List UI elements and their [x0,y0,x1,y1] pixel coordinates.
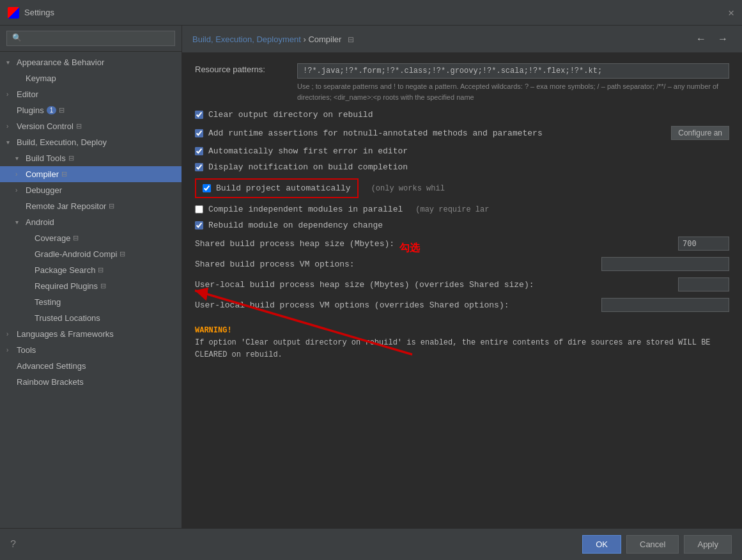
build-auto-row: Build project automatically (only works … [195,178,729,198]
checkbox-build-auto-input[interactable] [203,184,211,192]
expand-arrow: › [6,346,14,354]
checkbox-rebuild-dependency-label: Rebuild module on dependency change [208,221,383,230]
sidebar-item-required-plugins[interactable]: Required Plugins⊟ [0,278,182,294]
sidebar-item-editor[interactable]: ›Editor [0,86,182,102]
footer: ? OK Cancel Apply [0,528,742,560]
nav-forward-button[interactable]: → [714,32,732,46]
close-button[interactable]: ✕ [728,6,734,19]
window-title: Settings [24,8,54,17]
plugins-badge: 1 [47,106,57,114]
warning-block: WARNING! If option 'Clear output directo… [195,325,729,362]
sidebar-item-rainbow-brackets[interactable]: Rainbow Brackets [0,374,182,390]
user-heap-row: User-local build process heap size (Mbyt… [195,277,729,292]
sidebar-item-android[interactable]: ▾Android [0,214,182,230]
checkbox-first-error-label: Automatically show first error in editor [208,146,408,156]
sidebar-label: Languages & Frameworks [17,329,114,339]
sidebar-label: Debugger [26,185,62,195]
sidebar: ▾Appearance & Behavior Keymap›Editor Plu… [0,26,182,528]
checkbox-rebuild-dependency[interactable]: Rebuild module on dependency change [195,221,729,230]
right-panel: Build, Execution, Deployment › Compiler … [182,26,742,528]
hint-text: Use ; to separate patterns and ! to nega… [297,81,729,102]
sidebar-item-remote-jar[interactable]: Remote Jar Repositor⊟ [0,198,182,214]
search-box [0,26,182,52]
resource-patterns-field[interactable]: !?*.java;!?*.form;!?*.class;!?*.groovy;!… [297,63,729,79]
configure-button[interactable]: Configure an [671,126,729,140]
breadcrumb-link[interactable]: Build, Execution, Deployment [192,35,301,44]
config-icon: ⊟ [73,234,79,242]
checkbox-build-auto[interactable]: Build project automatically [195,178,359,198]
config-icon: ⊟ [98,266,104,274]
breadcrumb: Build, Execution, Deployment › Compiler … [192,35,354,44]
sidebar-item-gradle-android[interactable]: Gradle-Android Compi⊟ [0,246,182,262]
user-heap-input[interactable] [678,277,729,292]
checkbox-build-notification-label: Display notification on build completion [208,162,408,172]
checkbox-rebuild-dependency-input[interactable] [195,221,203,229]
sidebar-label: Advanced Settings [17,361,86,371]
sidebar-label: Trusted Locations [35,313,100,323]
panel-header: Build, Execution, Deployment › Compiler … [182,26,742,53]
checkbox-runtime-assertions-row: Add runtime assertions for notnull-annot… [195,126,729,140]
build-auto-note: (only works whil [371,184,445,193]
nav-back-button[interactable]: ← [692,32,710,46]
user-vm-label: User-local build process VM options (ove… [195,300,601,310]
sidebar-item-languages-frameworks[interactable]: ›Languages & Frameworks [0,326,182,342]
vm-options-label: Shared build process VM options: [195,260,601,269]
user-vm-row: User-local build process VM options (ove… [195,298,729,312]
checkbox-compile-parallel[interactable]: Compile independent modules in parallel [195,205,403,214]
checkbox-build-notification-input[interactable] [195,163,203,171]
checkbox-compile-parallel-input[interactable] [195,205,203,214]
resource-patterns-label: Resource patterns: [195,63,297,74]
sidebar-label: Keymap [26,74,56,83]
sidebar-item-version-control[interactable]: ›Version Control⊟ [0,118,182,134]
warning-text: If option 'Clear output directory on reb… [195,337,729,361]
sidebar-label: Compiler [26,169,59,179]
apply-button[interactable]: Apply [684,535,732,554]
sidebar-item-trusted-locations[interactable]: Trusted Locations [0,310,182,326]
sidebar-item-tools[interactable]: ›Tools [0,342,182,358]
sidebar-item-keymap[interactable]: Keymap [0,70,182,86]
cancel-button[interactable]: Cancel [626,535,679,554]
sidebar-label: Remote Jar Repositor [26,201,106,211]
checkbox-build-notification[interactable]: Display notification on build completion [195,162,729,172]
sidebar-label: Appearance & Behavior [17,58,104,67]
sidebar-item-package-search[interactable]: Package Search⊟ [0,262,182,278]
checkbox-runtime-assertions[interactable]: Add runtime assertions for notnull-annot… [195,128,665,138]
config-icon: ⊟ [68,154,74,162]
panel-content: Resource patterns: !?*.java;!?*.form;!?*… [182,53,742,528]
expand-arrow: ▾ [15,219,23,226]
breadcrumb-separator: › [301,35,309,44]
checkbox-first-error[interactable]: Automatically show first error in editor [195,146,729,156]
help-button[interactable]: ? [10,539,17,550]
ok-button[interactable]: OK [582,535,621,554]
search-input[interactable] [6,31,175,46]
app-icon [8,7,19,19]
sidebar-item-compiler[interactable]: ›Compiler⊟ [0,166,182,182]
compile-parallel-row: Compile independent modules in parallel … [195,205,729,214]
sidebar-item-advanced-settings[interactable]: Advanced Settings [0,358,182,374]
panel-nav-buttons: ← → [692,32,732,46]
checkbox-clear-output-input[interactable] [195,111,203,119]
checkbox-clear-output[interactable]: Clear output directory on rebuild [195,110,729,120]
config-icon: ⊟ [76,122,82,130]
user-heap-label: User-local build process heap size (Mbyt… [195,280,678,290]
breadcrumb-current: Compiler [308,35,341,44]
checkbox-runtime-assertions-input[interactable] [195,129,203,137]
config-icon: ⊟ [100,282,106,290]
expand-arrow: › [15,187,23,194]
sidebar-item-plugins[interactable]: Plugins1⊟ [0,102,182,118]
sidebar-item-debugger[interactable]: ›Debugger [0,182,182,198]
sidebar-label: Required Plugins [35,281,98,291]
sidebar-item-testing[interactable]: Testing [0,294,182,310]
sidebar-item-appearance[interactable]: ▾Appearance & Behavior [0,54,182,70]
sidebar-item-build-execution[interactable]: ▾Build, Execution, Deploy [0,134,182,150]
sidebar-label: Testing [35,297,61,307]
heap-size-input[interactable] [678,237,729,251]
sidebar-item-coverage[interactable]: Coverage⊟ [0,230,182,246]
checkbox-first-error-input[interactable] [195,147,203,155]
heap-size-label: Shared build process heap size (Mbytes): [195,239,678,249]
main-content: ▾Appearance & Behavior Keymap›Editor Plu… [0,26,742,528]
vm-options-input[interactable] [601,257,729,271]
expand-arrow: › [15,171,23,178]
user-vm-input[interactable] [601,298,729,312]
sidebar-item-build-tools[interactable]: ▾Build Tools⊟ [0,150,182,166]
